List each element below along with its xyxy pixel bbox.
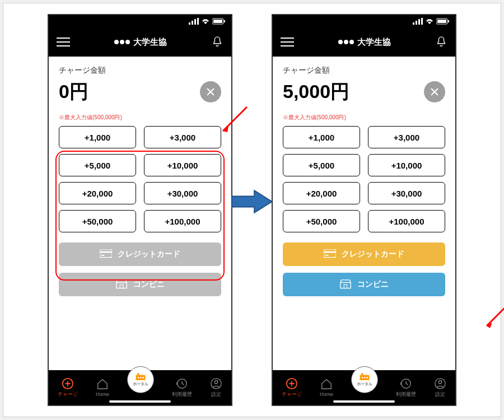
amount-btn-1000[interactable]: +1,000	[59, 126, 136, 148]
amount-btn-1000[interactable]: +1,000	[283, 126, 360, 148]
signal-icon	[189, 18, 199, 25]
svg-rect-3	[197, 18, 199, 25]
plus-circle-icon	[62, 377, 74, 390]
svg-rect-6	[213, 20, 222, 23]
nav-home[interactable]: Home	[96, 378, 109, 397]
svg-rect-32	[344, 284, 347, 288]
wifi-icon	[201, 18, 210, 25]
home-icon	[96, 378, 109, 390]
credit-card-label: クレジットカード	[342, 249, 404, 259]
svg-rect-35	[361, 373, 363, 375]
bottom-nav: チャージ Home ポータル 利用履歴 設定	[49, 370, 231, 405]
svg-rect-5	[224, 20, 225, 22]
bell-icon[interactable]	[435, 36, 447, 48]
nav-portal[interactable]: ポータル	[351, 366, 378, 393]
amount-btn-3000[interactable]: +3,000	[144, 126, 221, 148]
svg-rect-37	[364, 377, 366, 379]
svg-rect-24	[421, 18, 423, 25]
signal-icon	[413, 18, 423, 25]
app-header: 大学生協	[49, 27, 231, 57]
amount-btn-100000[interactable]: +100,000	[144, 210, 221, 232]
charge-amount-label: チャージ金額	[283, 66, 445, 76]
svg-rect-38	[366, 377, 368, 379]
history-icon	[176, 377, 188, 390]
home-icon	[320, 378, 333, 390]
amount-btn-50000[interactable]: +50,000	[283, 210, 360, 232]
amount-btn-30000[interactable]: +30,000	[368, 182, 445, 204]
store-icon	[339, 279, 352, 290]
credit-card-button[interactable]: クレジットカード	[283, 242, 445, 266]
close-icon	[430, 87, 440, 97]
app-header: 大学生協	[273, 27, 455, 57]
amount-btn-5000[interactable]: +5,000	[59, 154, 136, 176]
amount-btn-50000[interactable]: +50,000	[59, 210, 136, 232]
nav-settings-label: 設定	[211, 391, 221, 398]
convenience-store-button[interactable]: コンビニ	[283, 273, 445, 296]
nav-portal-label: ポータル	[133, 381, 148, 387]
amount-btn-20000[interactable]: +20,000	[59, 182, 136, 204]
nav-home[interactable]: Home	[320, 378, 333, 397]
portal-icon	[359, 373, 370, 381]
nav-charge[interactable]: チャージ	[282, 377, 302, 398]
amount-button-grid: +1,000 +3,000 +5,000 +10,000 +20,000 +30…	[59, 126, 221, 232]
logo-dots-icon	[338, 40, 354, 44]
svg-rect-10	[116, 283, 127, 288]
svg-rect-2	[194, 19, 196, 25]
person-icon	[210, 377, 222, 390]
phone-before: 大学生協 チャージ金額 0円 ※最大入力値(500,000円) +1,000 +…	[48, 14, 232, 406]
person-icon	[434, 377, 446, 390]
svg-rect-1	[192, 21, 193, 25]
store-icon	[115, 279, 128, 290]
svg-rect-14	[137, 373, 139, 375]
amount-btn-20000[interactable]: +20,000	[283, 182, 360, 204]
svg-rect-11	[120, 284, 123, 288]
nav-charge-label: チャージ	[58, 391, 78, 398]
phone-after: 大学生協 チャージ金額 5,000円 ※最大入力値(500,000円) +1,0…	[272, 14, 456, 406]
battery-icon	[436, 18, 450, 25]
credit-card-button[interactable]: クレジットカード	[59, 242, 221, 266]
amount-display: 0円	[59, 79, 88, 105]
convenience-store-label: コンビニ	[133, 279, 165, 290]
amount-btn-10000[interactable]: +10,000	[368, 154, 445, 176]
nav-charge[interactable]: チャージ	[58, 377, 78, 398]
clear-button[interactable]	[200, 81, 221, 102]
convenience-store-button[interactable]: コンビニ	[59, 273, 221, 296]
menu-button[interactable]	[281, 38, 294, 46]
nav-portal[interactable]: ポータル	[127, 366, 154, 393]
amount-btn-10000[interactable]: +10,000	[144, 154, 221, 176]
nav-home-label: Home	[96, 391, 109, 397]
svg-rect-26	[448, 20, 449, 22]
nav-history-label: 利用履歴	[396, 391, 416, 398]
comparison-canvas: 大学生協 チャージ金額 0円 ※最大入力値(500,000円) +1,000 +…	[3, 3, 501, 417]
nav-portal-label: ポータル	[357, 381, 372, 387]
nav-history[interactable]: 利用履歴	[172, 377, 192, 398]
svg-rect-36	[362, 377, 363, 379]
clear-button[interactable]	[424, 81, 445, 102]
app-title: 大学生協	[338, 37, 391, 48]
amount-btn-100000[interactable]: +100,000	[368, 210, 445, 232]
svg-rect-31	[340, 283, 351, 288]
home-indicator	[333, 400, 395, 403]
content-area: チャージ金額 5,000円 ※最大入力値(500,000円) +1,000 +3…	[273, 57, 455, 370]
nav-settings[interactable]: 設定	[210, 377, 222, 398]
content-area: チャージ金額 0円 ※最大入力値(500,000円) +1,000 +3,000…	[49, 57, 231, 370]
nav-history[interactable]: 利用履歴	[396, 377, 416, 398]
svg-rect-27	[437, 20, 446, 23]
amount-btn-5000[interactable]: +5,000	[283, 154, 360, 176]
convenience-store-label: コンビニ	[357, 279, 389, 290]
bell-icon[interactable]	[211, 36, 223, 48]
credit-card-label: クレジットカード	[118, 249, 180, 259]
title-text: 大学生協	[133, 37, 167, 48]
status-bar	[273, 15, 455, 27]
charge-amount-label: チャージ金額	[59, 66, 221, 76]
status-bar	[49, 15, 231, 27]
amount-btn-30000[interactable]: +30,000	[144, 182, 221, 204]
svg-line-42	[223, 107, 247, 131]
menu-button[interactable]	[57, 38, 70, 46]
amount-btn-3000[interactable]: +3,000	[368, 126, 445, 148]
svg-rect-16	[140, 377, 142, 379]
amount-button-grid: +1,000 +3,000 +5,000 +10,000 +20,000 +30…	[283, 126, 445, 232]
svg-rect-0	[189, 22, 190, 25]
nav-settings[interactable]: 設定	[434, 377, 446, 398]
battery-icon	[212, 18, 226, 25]
